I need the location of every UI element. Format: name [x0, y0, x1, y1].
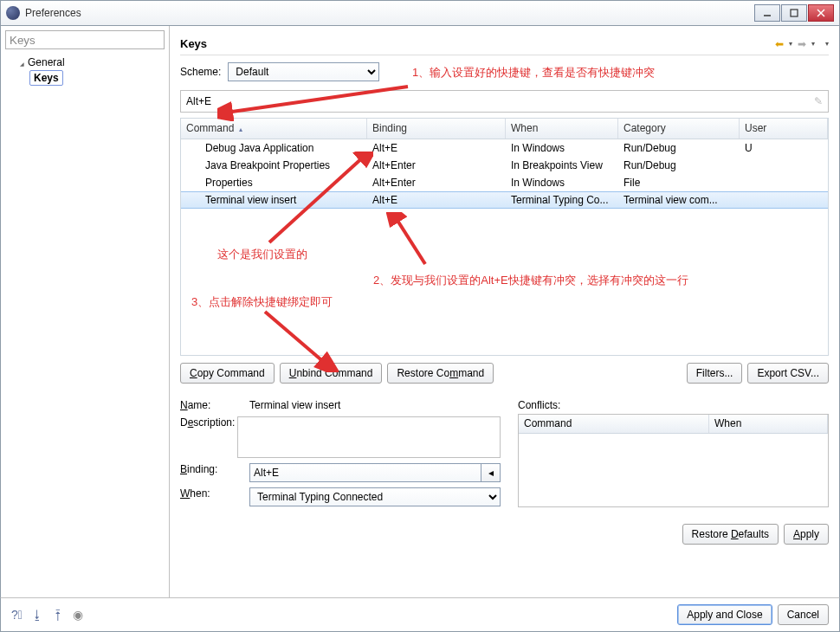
close-button[interactable] [808, 4, 834, 22]
forward-icon[interactable]: ➡ [798, 38, 806, 50]
conflicts-table: Command When [518, 414, 829, 507]
col-binding[interactable]: Binding [367, 119, 506, 139]
preferences-sidebar: General Keys [1, 26, 170, 597]
filter-input[interactable]: Alt+E ✎ [180, 90, 829, 113]
sidebar-filter-input[interactable] [5, 30, 165, 49]
description-label: Description: [180, 416, 237, 429]
conflicts-label: Conflicts: [518, 399, 829, 411]
binding-clear-button[interactable]: ◂ [481, 463, 501, 482]
conflicts-col-when[interactable]: When [709, 415, 828, 433]
table-row[interactable]: Terminal view insert Alt+E Terminal Typi… [181, 191, 828, 209]
forward-menu-icon[interactable]: ▾ [811, 40, 815, 48]
scheme-select[interactable]: Default [228, 62, 379, 81]
col-user[interactable]: User [740, 119, 828, 139]
dialog-footer: ?⃝ ⭳ ⭱ ◉ Apply and Close Cancel [0, 597, 840, 632]
filter-value: Alt+E [186, 95, 211, 107]
table-header: Command▴ Binding When Category User [181, 119, 828, 139]
export-csv-button[interactable]: Export CSV... [747, 363, 829, 384]
table-body: Debug Java Application Alt+E In Windows … [181, 139, 828, 209]
apply-and-close-button[interactable]: Apply and Close [677, 604, 772, 625]
tree-item-general[interactable]: General [9, 55, 165, 70]
maximize-button[interactable] [781, 4, 807, 22]
back-icon[interactable]: ⬅ [775, 38, 784, 50]
svg-rect-1 [791, 10, 798, 16]
tree-item-keys[interactable]: Keys [9, 70, 165, 86]
bindings-table: Command▴ Binding When Category User Debu… [180, 118, 829, 356]
minimize-button[interactable] [754, 4, 780, 22]
unbind-command-button[interactable]: Unbind Command [280, 363, 383, 384]
binding-label: Binding: [180, 463, 249, 475]
when-label: When: [180, 487, 249, 500]
col-when[interactable]: When [506, 119, 618, 139]
col-category[interactable]: Category [618, 119, 740, 139]
panel-nav: ⬅▾ ➡▾ ▾ [775, 38, 829, 50]
when-select[interactable]: Terminal Typing Connected [249, 487, 501, 506]
preferences-tree[interactable]: General Keys [5, 55, 165, 86]
help-icon[interactable]: ?⃝ [11, 608, 23, 622]
record-icon[interactable]: ◉ [73, 608, 83, 622]
footer-toolbar: ?⃝ ⭳ ⭱ ◉ [11, 608, 83, 622]
main-panel: Keys ⬅▾ ➡▾ ▾ Scheme: Default Alt+E ✎ Com… [170, 26, 839, 597]
window-titlebar: Preferences [0, 0, 840, 26]
cancel-button[interactable]: Cancel [778, 604, 829, 625]
table-row[interactable]: Java Breakpoint Properties Alt+Enter In … [181, 157, 828, 174]
name-label: Name: [180, 399, 249, 411]
table-row[interactable]: Debug Java Application Alt+E In Windows … [181, 139, 828, 157]
page-title: Keys [180, 37, 775, 50]
name-value: Terminal view insert [249, 399, 340, 411]
restore-defaults-button[interactable]: Restore Defaults [682, 524, 779, 545]
binding-input[interactable] [249, 463, 481, 482]
col-command[interactable]: Command▴ [181, 119, 367, 139]
conflicts-col-command[interactable]: Command [519, 415, 709, 433]
restore-command-button[interactable]: Restore Command [387, 363, 494, 384]
export-icon[interactable]: ⭱ [52, 608, 64, 622]
window-title: Preferences [25, 7, 754, 19]
window-controls [754, 4, 834, 22]
app-icon [6, 6, 20, 20]
apply-button[interactable]: Apply [784, 524, 829, 545]
sort-asc-icon: ▴ [239, 126, 242, 133]
import-icon[interactable]: ⭳ [31, 608, 43, 622]
clear-filter-icon[interactable]: ✎ [814, 95, 823, 107]
view-menu-icon[interactable]: ▾ [825, 40, 829, 48]
scheme-label: Scheme: [180, 66, 221, 78]
copy-command-button[interactable]: CCopy Commandopy Command [180, 363, 275, 384]
table-row[interactable]: Properties Alt+Enter In Windows File [181, 174, 828, 191]
filters-button[interactable]: Filters... [687, 363, 743, 384]
back-menu-icon[interactable]: ▾ [789, 40, 792, 48]
description-box [237, 416, 501, 458]
